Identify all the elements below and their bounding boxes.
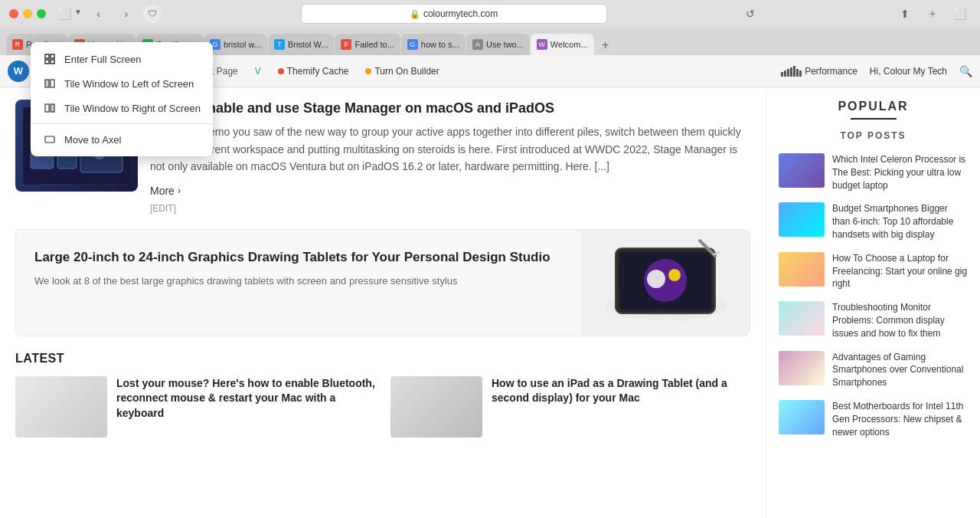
tab-welcome[interactable]: W Welcom... — [531, 34, 594, 55]
svg-rect-8 — [45, 136, 54, 143]
minimize-button[interactable] — [23, 9, 32, 18]
performance-bars — [781, 66, 802, 77]
post-item-0[interactable]: Which Intel Celeron Processor is The Bes… — [779, 153, 968, 192]
tile-left-icon — [43, 77, 57, 90]
sidebar-toggle[interactable]: ⬜ ▼ — [58, 8, 82, 20]
post-thumb-2 — [779, 252, 825, 287]
move-axel-icon — [43, 133, 57, 146]
post-item-3[interactable]: Troubleshooting Monitor Problems: Common… — [779, 301, 968, 339]
vip-icon: V — [255, 66, 261, 77]
article-body: How to enable and use Stage Manager on m… — [150, 100, 750, 214]
shield-icon: 🛡 — [143, 5, 162, 23]
share-button[interactable]: ⬆ — [894, 5, 916, 22]
ctx-tile-left[interactable]: Tile Window to Left of Screen — [31, 71, 213, 96]
toolbar-right: Performance Hi, Colour My Tech 🔍 — [781, 63, 972, 80]
post-item-5[interactable]: Best Motherboards for Intel 11th Gen Pro… — [779, 400, 968, 438]
tab-favicon-readly: R — [12, 39, 23, 50]
svg-point-20 — [647, 270, 665, 288]
post-thumb-4 — [779, 351, 825, 385]
post-item-1[interactable]: Budget Smartphones Bigger than 6-inch: T… — [779, 202, 968, 241]
titlebar-right: ⬆ ＋ ⬜ — [894, 5, 971, 22]
post-title-0: Which Intel Celeron Processor is The Bes… — [832, 153, 968, 192]
svg-rect-6 — [45, 104, 49, 112]
tab-use-two[interactable]: A Use two... — [466, 34, 530, 55]
featured-banner[interactable]: Large 20-inch to 24-inch Graphics Drawin… — [15, 229, 750, 336]
edit-link[interactable]: [EDIT] — [150, 203, 750, 214]
latest-item-1[interactable]: How to use an iPad as a Drawing Tablet (… — [390, 376, 750, 438]
address-bar[interactable]: 🔒 colourmytech.com — [301, 4, 607, 24]
toolbar-search-icon[interactable]: 🔍 — [959, 65, 972, 77]
add-tab-button[interactable]: + — [595, 37, 616, 54]
ctx-move-axel[interactable]: Move to Axel — [31, 127, 213, 152]
url-text: colourmytech.com — [423, 8, 498, 19]
svg-rect-4 — [45, 80, 49, 87]
tab-label-welcome: Welcom... — [550, 40, 588, 49]
themify-dot — [278, 68, 284, 74]
post-title-5: Best Motherboards for Intel 11th Gen Pro… — [832, 400, 968, 438]
top-posts-label: TOP POSTS — [779, 130, 968, 141]
tab-favicon-hows: G — [407, 39, 418, 50]
forward-button[interactable]: › — [116, 5, 137, 22]
ctx-tile-right[interactable]: Tile Window to Right of Screen — [31, 96, 213, 120]
tab-label-bristol-g: bristol w... — [224, 40, 261, 49]
close-button[interactable] — [9, 9, 18, 18]
fullscreen-icon — [43, 52, 57, 66]
post-thumb-0 — [779, 153, 825, 188]
perf-bar-1 — [781, 72, 783, 77]
themify-label: Themify Cache — [287, 66, 349, 77]
tab-favicon-usetwo: A — [472, 39, 483, 50]
builder-item[interactable]: Turn On Builder — [359, 63, 445, 80]
post-thumb-3 — [779, 301, 825, 336]
hi-user[interactable]: Hi, Colour My Tech — [864, 63, 953, 80]
perf-bar-2 — [784, 70, 786, 77]
post-item-2[interactable]: How To Choose a Laptop for Freelancing: … — [779, 252, 968, 290]
popular-title: POPULAR — [779, 100, 968, 113]
wordpress-icon[interactable]: W — [8, 61, 29, 82]
svg-rect-0 — [45, 54, 49, 58]
tab-label-bristol-t: Bristol W... — [288, 40, 328, 49]
latest-thumb-1 — [390, 376, 482, 438]
tab-bristol-g[interactable]: G bristol w... — [204, 34, 267, 55]
post-title-3: Troubleshooting Monitor Problems: Common… — [832, 301, 968, 339]
lock-icon: 🔒 — [410, 9, 420, 19]
maximize-button[interactable] — [37, 9, 46, 18]
more-link[interactable]: More › — [150, 185, 750, 197]
sidebar: POPULAR TOP POSTS Which Intel Celeron Pr… — [766, 87, 980, 518]
browser-window: ⬜ ▼ ‹ › 🛡 🔒 colourmytech.com ↺ ⬆ ＋ ⬜ R R… — [0, 0, 980, 518]
perf-bar-5 — [793, 66, 795, 77]
ctx-full-screen[interactable]: Enter Full Screen — [31, 47, 213, 71]
traffic-lights — [9, 9, 46, 18]
performance-item[interactable]: Performance — [781, 66, 858, 77]
vip-item[interactable]: V — [249, 63, 267, 80]
ctx-full-screen-label: Enter Full Screen — [64, 54, 141, 65]
latest-item-0[interactable]: Lost your mouse? Here's how to enable Bl… — [15, 376, 375, 438]
performance-label: Performance — [805, 66, 858, 77]
tab-overview-button[interactable]: ⬜ — [949, 5, 971, 22]
banner-desc: We look at 8 of the best large graphics … — [34, 274, 563, 289]
themify-item[interactable]: Themify Cache — [272, 63, 355, 80]
post-item-4[interactable]: Advantages of Gaming Smartphones over Co… — [779, 351, 968, 389]
tab-bristol-t[interactable]: T Bristol W... — [268, 34, 335, 55]
latest-body-1: How to use an iPad as a Drawing Tablet (… — [492, 376, 750, 438]
perf-bar-4 — [790, 67, 792, 77]
back-button[interactable]: ‹ — [88, 5, 109, 22]
tab-label-failed: Failed to... — [354, 40, 394, 49]
latest-section: LATEST Lost your mouse? Here's how to en… — [15, 352, 750, 438]
tab-label-usetwo: Use two... — [486, 40, 524, 49]
svg-rect-5 — [51, 80, 54, 87]
svg-rect-7 — [51, 104, 54, 112]
perf-bar-7 — [799, 70, 802, 77]
svg-point-21 — [668, 269, 681, 281]
post-title-2: How To Choose a Laptop for Freelancing: … — [832, 252, 968, 290]
perf-bar-6 — [796, 69, 799, 77]
tab-failed[interactable]: F Failed to... — [335, 34, 400, 55]
ctx-tile-right-label: Tile Window to Right of Screen — [64, 103, 201, 114]
new-tab-button[interactable]: ＋ — [922, 5, 943, 22]
builder-dot — [365, 68, 371, 74]
reload-button[interactable]: ↺ — [746, 8, 755, 20]
tab-label-hows: how to s... — [421, 40, 459, 49]
latest-body-0: Lost your mouse? Here's how to enable Bl… — [116, 376, 375, 438]
hi-text: Hi, Colour My Tech — [870, 66, 947, 77]
banner-text: Large 20-inch to 24-inch Graphics Drawin… — [16, 230, 581, 336]
tab-how-s[interactable]: G how to s... — [401, 34, 466, 55]
